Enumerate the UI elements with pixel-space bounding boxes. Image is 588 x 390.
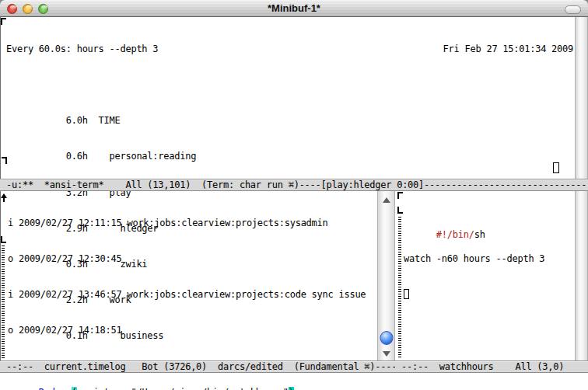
terminal-hollow-cursor — [553, 162, 559, 173]
timelog-scrollbar-track[interactable] — [377, 191, 395, 360]
scroll-up-arrow-icon[interactable] — [383, 197, 390, 203]
script-hollow-cursor — [404, 289, 409, 299]
watch-timestamp: Fri Feb 27 15:01:34 2009 — [443, 44, 573, 55]
matched-open-paren: ( — [72, 387, 77, 390]
shebang-interpreter: #!/bin/ — [436, 229, 474, 240]
empty-line-indicator — [398, 217, 401, 359]
watch-command-text: Every 60.0s: hours --depth 3 — [6, 44, 158, 55]
minibuffer[interactable]: Redo: (ansi-term "/Users/simon/bin/watch… — [0, 373, 588, 390]
empty-line-indicator — [2, 245, 5, 359]
buffer-bottom-corner-icon — [397, 207, 403, 214]
timelog-entry: o 2009/02/27 12:30:45 — [8, 253, 376, 265]
report-line: 6.0h TIME — [6, 115, 573, 127]
term-scrollbar-track[interactable] — [575, 17, 588, 179]
modeline-timelog[interactable]: --:-- current.timelog Bot (3726,0) darcs… — [0, 360, 395, 373]
title-bar[interactable]: *Minibuf-1* — [0, 0, 588, 17]
buffer-bottom-corner-icon — [1, 236, 6, 243]
report-line: 0.6h personal:reading — [6, 151, 573, 162]
emacs-frame: *Minibuf-1* Every 60.0s: hours --depth 3… — [0, 0, 588, 390]
scroll-down-arrow-icon[interactable] — [383, 351, 390, 357]
timelog-entry: i 2009/02/27 13:46:57 work:jobs:clearvie… — [8, 289, 376, 301]
shebang-name: sh — [474, 229, 485, 240]
modeline-watchhours[interactable]: --:-- watchhours All (3,0) — [395, 360, 588, 373]
window-title: *Minibuf-1* — [0, 2, 588, 14]
timelog-entry: o 2009/02/27 14:18:51 — [8, 325, 376, 336]
toolbar-toggle-button[interactable] — [565, 5, 581, 14]
timelog-entry: i 2009/02/27 12:11:15 work:jobs:clearvie… — [8, 218, 376, 229]
minibuffer-command: ansi-term "/Users/simon/bin/watchhours" — [77, 387, 289, 390]
watchhours-pane[interactable]: #!/bin/sh watch -n60 hours --depth 3 — [404, 193, 573, 325]
cursor-on-close-paren: ) — [289, 387, 294, 390]
watchhours-scrollbar-track[interactable] — [575, 191, 588, 360]
minibuffer-prompt: Redo: — [39, 387, 72, 390]
modeline-ansi-term[interactable]: -u:** *ansi-term* All (13,101) (Term: ch… — [0, 179, 588, 191]
script-line: watch -n60 hours --depth 3 — [404, 253, 573, 265]
scroll-above-indicator-icon — [1, 193, 7, 198]
scrollbar-thumb[interactable] — [380, 331, 393, 345]
buffer-top-corner-icon — [397, 192, 403, 199]
buffer-top-corner-icon — [1, 18, 6, 25]
